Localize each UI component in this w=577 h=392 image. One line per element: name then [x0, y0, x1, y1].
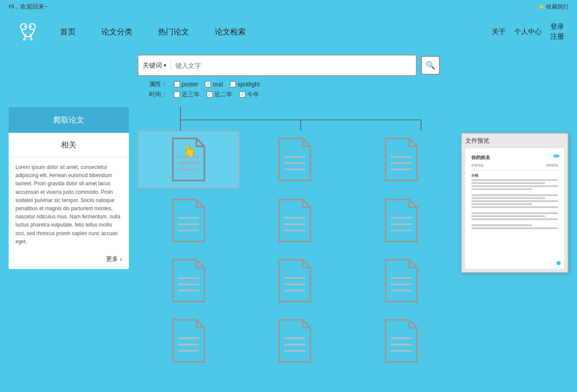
main-content: 爬取论文 相关 Lorem ipsum dolor sit amet, cons… [0, 107, 577, 369]
doc-item-9[interactable] [350, 253, 452, 309]
nav-login-register: 登录 注册 [550, 22, 564, 41]
oral-checkbox[interactable]: ✓ [205, 81, 211, 87]
bookmark-button[interactable]: ★ 收藏我们 [538, 3, 568, 11]
search-box: 关键词 ▾ [137, 55, 417, 76]
more-label: 更多 [106, 255, 118, 263]
preview-line-12 [471, 218, 558, 220]
doc-item-5[interactable] [244, 193, 346, 248]
doc-icon-7 [167, 257, 210, 304]
thisyear-checkbox[interactable]: ✓ [239, 92, 245, 98]
preview-line-8 [471, 203, 532, 205]
doc-icon-3 [380, 136, 423, 183]
spotlight-checkbox[interactable] [230, 81, 236, 87]
preview-line-1 [471, 179, 558, 181]
preview-line-10 [471, 212, 558, 214]
doc-icon-11 [273, 317, 316, 364]
preview-para-2 [471, 194, 558, 208]
doc-grid-row4 [137, 313, 568, 369]
nav-profile[interactable]: 个人中心 [514, 28, 542, 37]
spotlight-label: spotlight [238, 81, 260, 88]
doc-icon-6 [380, 197, 423, 244]
nav-about[interactable]: 关于 [492, 28, 506, 37]
filter-2years[interactable]: ✓ 近二年 [207, 91, 232, 98]
thisyear-label: 今年 [247, 91, 259, 98]
keyword-label: 关键词 [143, 61, 162, 70]
doc-item-11[interactable] [244, 313, 346, 369]
doc-icon-12 [380, 317, 423, 364]
preview-line-2 [471, 182, 545, 184]
nav-register[interactable]: 注册 [550, 32, 564, 41]
doc-area: 👆 [137, 107, 568, 369]
more-link[interactable]: 更多 › [9, 252, 129, 269]
doc-item-3[interactable] [350, 131, 452, 188]
preview-line-4 [471, 188, 532, 190]
preview-lines [471, 179, 558, 190]
filter-oral[interactable]: ✓ oral [205, 81, 223, 88]
related-box: 相关 Lorem ipsum dolor sit amet, consectet… [9, 133, 129, 269]
sidebar: 爬取论文 相关 Lorem ipsum dolor sit amet, cons… [9, 107, 129, 369]
doc-icon-4 [167, 197, 210, 244]
preview-dot [556, 261, 561, 265]
doc-item-2[interactable] [244, 131, 346, 188]
filter-3years[interactable]: 近三年 [174, 91, 200, 98]
doc-item-1[interactable]: 👆 [137, 131, 240, 188]
doc-item-8[interactable] [244, 253, 346, 309]
doc-item-7[interactable] [137, 253, 240, 309]
poster-checkbox[interactable] [174, 81, 180, 87]
preview-author: 作者信息 机构信息 [471, 163, 558, 168]
preview-line-13 [471, 224, 532, 226]
2years-label: 近二年 [214, 91, 232, 98]
preview-line-6 [471, 197, 545, 199]
property-label: 属性： [149, 80, 167, 88]
search-button[interactable]: 🔍 [421, 56, 440, 75]
doc-item-12[interactable] [350, 313, 452, 369]
doc-icon-2 [273, 136, 316, 183]
doc-item-6[interactable] [350, 193, 452, 248]
related-header: 相关 [9, 133, 129, 157]
preview-footer [556, 261, 561, 265]
search-area: 关键词 ▾ 🔍 属性： poster ✓ oral spotlight [0, 55, 577, 98]
filter-spotlight[interactable]: spotlight [230, 81, 260, 88]
preview-teal-icon [552, 152, 561, 160]
preview-author-left: 作者信息 [471, 163, 483, 168]
nav-home[interactable]: 首页 [60, 27, 76, 37]
bookmark-label: 收藏我们 [546, 3, 568, 11]
svg-point-3 [30, 26, 32, 28]
nav-login[interactable]: 登录 [550, 22, 564, 31]
filter-poster[interactable]: poster [174, 81, 198, 88]
preview-line-7 [471, 200, 558, 202]
star-icon: ★ [538, 3, 544, 11]
doc-item-4[interactable] [137, 193, 240, 248]
search-keyword-dropdown[interactable]: 关键词 ▾ [143, 61, 171, 70]
dropdown-arrow-icon: ▾ [164, 62, 166, 68]
logo[interactable] [13, 17, 43, 47]
preview-divider [471, 170, 558, 171]
tree-connector-svg [155, 107, 455, 131]
nav-category[interactable]: 论文分类 [101, 27, 132, 37]
nav-right: 关于 个人中心 登录 注册 [492, 22, 564, 41]
poster-label: poster [182, 81, 198, 88]
doc-icon-5 [273, 197, 316, 244]
preview-title: 你的姓名 [471, 154, 558, 161]
preview-lines-3 [471, 212, 558, 220]
svg-text:👆: 👆 [182, 144, 197, 157]
search-input[interactable] [171, 62, 412, 69]
preview-author-right: 机构信息 [546, 163, 558, 168]
file-preview-label: 文件预览 [465, 137, 564, 145]
filters: 属性： poster ✓ oral spotlight 时间： 近三年 ✓ [149, 80, 428, 98]
property-filter-row: 属性： poster ✓ oral spotlight [149, 80, 428, 88]
3years-checkbox[interactable] [174, 92, 180, 98]
header: 首页 论文分类 热门论文 论文检索 关于 个人中心 登录 注册 [0, 13, 577, 50]
related-text: Lorem ipsum dolor sit amet, consectetur … [9, 157, 129, 252]
preview-line-3 [471, 185, 558, 187]
oral-label: oral [213, 81, 223, 88]
doc-item-10[interactable] [137, 313, 240, 369]
time-label: 时间： [149, 91, 167, 98]
2years-checkbox[interactable]: ✓ [207, 92, 213, 98]
doc-icon-8 [273, 257, 316, 304]
crawl-button[interactable]: 爬取论文 [9, 107, 129, 133]
nav-popular[interactable]: 热门论文 [158, 27, 189, 37]
doc-icon-10 [167, 317, 210, 364]
filter-thisyear[interactable]: ✓ 今年 [239, 91, 259, 98]
nav-search[interactable]: 论文检索 [215, 27, 246, 37]
